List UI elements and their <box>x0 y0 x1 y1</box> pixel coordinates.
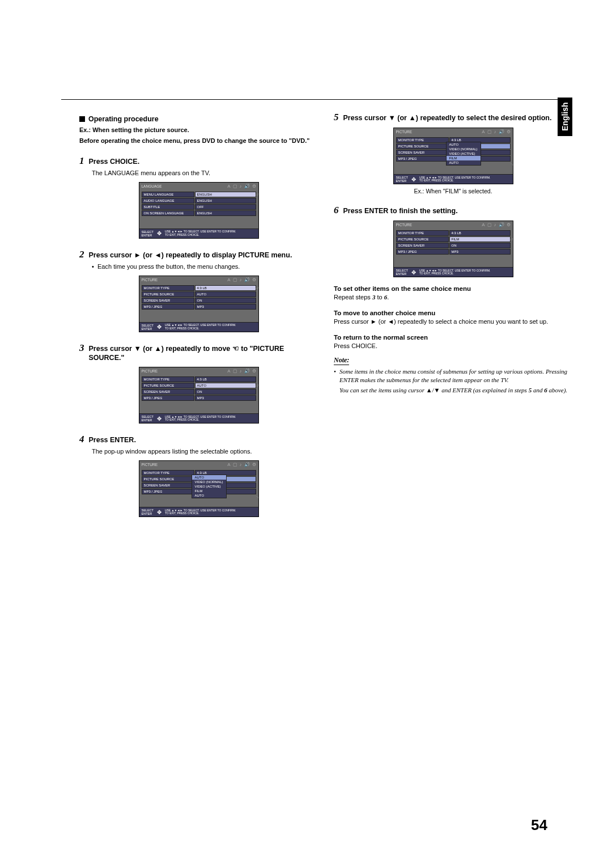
sub2-body: Press cursor ► (or ◄) repeatedly to sele… <box>334 317 572 326</box>
step-2-bullet: •Each time you press the button, the men… <box>92 262 318 271</box>
step-number: 5 <box>334 112 339 123</box>
speaker-icon: 🔊 <box>244 184 250 189</box>
screen-icon: ▢ <box>233 184 237 189</box>
step-3-heading: 3 Press cursor ▼ (or ▲) repeatedly to mo… <box>79 342 318 363</box>
other-icon: ⚙ <box>252 184 256 189</box>
step-number: 4 <box>79 434 84 445</box>
right-column: 5 Press cursor ▼ (or ▲) repeatedly to se… <box>334 112 572 520</box>
language-tab: English <box>558 98 572 136</box>
hand-cursor-icon: ☜ <box>232 345 239 353</box>
hand-cursor-icon: ☜ <box>254 192 258 197</box>
step-5-heading: 5 Press cursor ▼ (or ▲) repeatedly to se… <box>334 112 572 123</box>
operating-procedure-heading: Operating procedure <box>79 115 318 123</box>
step-2-heading: 2 Press cursor ► (or ◄) repeatedly to di… <box>79 249 318 260</box>
page-number: 54 <box>531 816 547 834</box>
step-4-body: The pop-up window appears listing the se… <box>92 447 318 456</box>
step-4-heading: 4 Press ENTER. <box>79 434 318 445</box>
osd-picture-menu: PICTURE A▢♪🔊⚙ MONITOR TYPE4:3 LB☜ PICTUR… <box>139 276 259 332</box>
square-bullet-icon <box>79 116 85 122</box>
dpad-icon: ✥ <box>157 230 162 236</box>
sub1-heading: To set other items on the same choice me… <box>334 285 572 292</box>
sub1-body: Repeat steps 3 to 6. <box>334 293 572 302</box>
step-6-heading: 6 Press ENTER to finish the setting. <box>334 205 572 216</box>
example-line: Ex.: When setting the picture source. <box>79 126 318 133</box>
osd-picture-menu-step5: PICTURE A▢♪🔊⚙ MONITOR TYPE4:3 LB PICTURE… <box>393 128 513 184</box>
osd-picture-menu-step3: PICTURE A▢♪🔊⚙ MONITOR TYPE4:3 LB PICTURE… <box>139 367 259 424</box>
step-number: 2 <box>79 249 84 260</box>
osd-language-menu: LANGUAGE A▢♪🔊⚙ MENU LANGUAGEENGLISH☜ AUD… <box>139 182 259 239</box>
note-1: •Some items in the choice menu consist o… <box>334 367 572 384</box>
preface-text: Before operating the choice menu, press … <box>79 137 318 145</box>
step-number: 1 <box>79 155 84 167</box>
note-label: Note: <box>334 356 349 365</box>
sub3-heading: To return to the normal screen <box>334 334 572 341</box>
sub2-heading: To move to another choice menu <box>334 310 572 316</box>
step-5-caption: Ex.: When "FILM" is selected. <box>334 188 572 194</box>
audio-icon: ♪ <box>240 184 242 189</box>
lang-icon: A <box>227 184 230 189</box>
left-column: Operating procedure Ex.: When setting th… <box>79 112 318 520</box>
osd-picture-menu-step6: PICTURE A▢♪🔊⚙ MONITOR TYPE4:3 LB PICTURE… <box>393 221 513 277</box>
note-2: You can set the items using cursor ▲/▼ a… <box>339 386 572 395</box>
step-number: 6 <box>334 205 339 216</box>
sub3-body: Press CHOICE. <box>334 342 572 350</box>
osd-picture-menu-step4: PICTURE A▢♪🔊⚙ MONITOR TYPE4:3 LB PICTURE… <box>139 460 259 517</box>
step-1-heading: 1 Press CHOICE. <box>79 155 318 167</box>
step-number: 3 <box>79 342 84 354</box>
step-1-body: The LANGUAGE menu appears on the TV. <box>92 169 318 177</box>
